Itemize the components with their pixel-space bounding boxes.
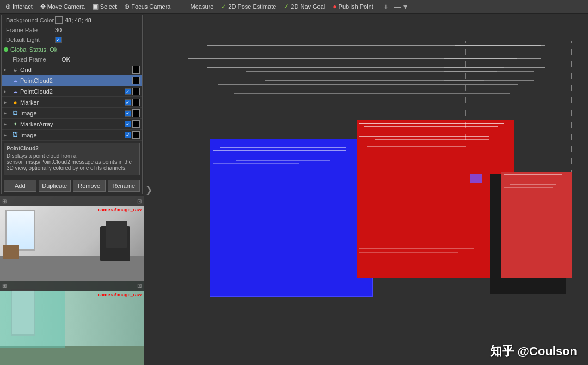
remove-button[interactable]: Remove — [73, 180, 106, 192]
background-color-row: Background Color 48; 48; 48 — [2, 15, 142, 25]
cam2-overlay-text: camera/image_raw — [97, 292, 142, 297]
focus-camera-icon: ⊕ — [124, 3, 130, 10]
display-item-pointcloud2-2[interactable]: ▸ ☁ PointCloud2 ✓ — [2, 86, 142, 97]
pc2-2-color[interactable] — [132, 88, 140, 95]
markerarray-checkbox[interactable]: ✓ — [125, 121, 131, 127]
left-panel: Background Color 48; 48; 48 Frame Rate 3… — [0, 14, 144, 365]
measure-button[interactable]: — Measure — [179, 2, 217, 11]
description-title: PointCloud2 — [7, 145, 137, 151]
frame-rate-row: Frame Rate 30 — [2, 25, 142, 35]
pc-boundary-right — [465, 41, 574, 144]
marker-color[interactable] — [132, 99, 140, 106]
publish-point-icon: ● — [333, 3, 336, 10]
grid-color[interactable] — [132, 66, 140, 74]
2d-pose-button[interactable]: ✓ 2D Pose Estimate — [218, 2, 279, 11]
interact-icon: ⊕ — [5, 3, 11, 10]
cam2-bright-area — [0, 291, 65, 348]
global-status-dot — [4, 47, 8, 52]
display-item-grid[interactable]: ▸ # Grid — [2, 64, 142, 75]
cam1-chairback — [106, 221, 127, 248]
pc2-2-checkbox[interactable]: ✓ — [125, 88, 131, 95]
2d-pose-icon: ✓ — [221, 3, 226, 10]
blue-rect — [210, 139, 373, 297]
camera-panels: ⊞ ⊡ camera — [0, 196, 144, 365]
2d-nav-button[interactable]: ✓ 2D Nav Goal — [280, 2, 328, 11]
select-icon: ▣ — [93, 3, 99, 10]
red-lower-lines — [359, 245, 512, 256]
separator-2 — [379, 2, 379, 11]
image2-color[interactable] — [132, 131, 140, 139]
separator-1 — [176, 2, 176, 11]
global-status-row: Global Status: Ok — [2, 45, 142, 54]
cam2-floor — [0, 346, 144, 365]
cam2-scene: camera/image_raw — [0, 281, 144, 366]
collapse-arrow[interactable]: ❯ — [144, 182, 154, 197]
pink-rect — [501, 172, 572, 278]
image-checkbox[interactable]: ✓ — [125, 110, 131, 117]
markerarray-icon: ✦ — [10, 121, 20, 127]
duplicate-button[interactable]: Duplicate — [39, 180, 71, 192]
expand-icon: ▸ — [4, 66, 10, 72]
image-color[interactable] — [132, 110, 140, 117]
3d-viewport[interactable]: ❯ — [144, 14, 588, 365]
cam1-header: ⊞ ⊡ — [0, 196, 144, 206]
cam2-maximize-icon[interactable]: ⊡ — [137, 283, 142, 289]
expand-icon-image: ▸ — [4, 110, 10, 116]
main-layout: Background Color 48; 48; 48 Frame Rate 3… — [0, 14, 588, 365]
move-camera-button[interactable]: ✥ Move Camera — [37, 2, 88, 11]
add-panel-button[interactable]: + — [382, 2, 390, 11]
cam1-boxes — [3, 245, 19, 259]
move-camera-icon: ✥ — [40, 3, 46, 10]
measure-icon: — — [182, 3, 188, 10]
minus-button[interactable]: — ▾ — [391, 2, 409, 11]
fixed-frame-row: Fixed Frame OK — [2, 54, 142, 64]
background-color-swatch[interactable] — [55, 16, 63, 24]
marker-icon: ● — [10, 99, 20, 106]
cam1-scene: camera/image_raw — [0, 196, 144, 281]
select-button[interactable]: ▣ Select — [89, 2, 120, 11]
toolbar: ⊕ Interact ✥ Move Camera ▣ Select ⊕ Focu… — [0, 0, 588, 14]
cam1-header-icon: ⊞ — [2, 198, 7, 204]
expand-icon-image2: ▸ — [4, 132, 10, 138]
display-buttons: Add Duplicate Remove Rename — [2, 178, 142, 194]
add-display-button[interactable]: Add — [4, 180, 36, 192]
cam1-maximize-icon[interactable]: ⊡ — [137, 198, 142, 204]
expand-icon-marker: ▸ — [4, 99, 10, 105]
display-item-image2[interactable]: ▸ 🖼 Image ✓ — [2, 130, 142, 141]
blue-rect-lines — [210, 139, 372, 186]
camera-panel-1: ⊞ ⊡ camera — [0, 196, 144, 281]
publish-point-button[interactable]: ● Publish Point — [329, 2, 376, 11]
display-item-image[interactable]: ▸ 🖼 Image ✓ — [2, 108, 142, 119]
default-light-row: Default Light ✓ — [2, 35, 142, 45]
display-item-marker[interactable]: ▸ ● Marker ✓ — [2, 97, 142, 108]
image-icon: 🖼 — [10, 110, 20, 116]
rename-button[interactable]: Rename — [108, 180, 140, 192]
display-item-pointcloud2-selected[interactable]: ☁ PointCloud2 — [2, 75, 142, 86]
description-box: PointCloud2 Displays a point cloud from … — [4, 143, 140, 175]
description-text: Displays a point cloud from a sensor_msg… — [7, 153, 137, 171]
cam2-header: ⊞ ⊡ — [0, 281, 144, 291]
watermark: 知乎 @Coulson — [490, 343, 577, 360]
pink-rect-lines — [501, 172, 572, 200]
focus-camera-button[interactable]: ⊕ Focus Camera — [121, 2, 174, 11]
purple-box — [470, 174, 482, 183]
image2-icon: 🖼 — [10, 132, 20, 138]
2d-nav-icon: ✓ — [284, 3, 289, 10]
expand-icon-pc2-2: ▸ — [4, 88, 10, 94]
default-light-checkbox[interactable]: ✓ — [55, 36, 62, 43]
cam1-overlay-text: camera/image_raw — [97, 207, 142, 212]
3d-scene: ❯ — [144, 14, 588, 365]
image2-checkbox[interactable]: ✓ — [125, 132, 131, 138]
expand-icon-markerarray: ▸ — [4, 121, 10, 127]
pc2-color[interactable] — [132, 77, 140, 84]
cam2-header-icon: ⊞ — [2, 283, 7, 289]
grid-icon: # — [10, 66, 20, 73]
display-item-markerarray[interactable]: ▸ ✦ MarkerArray ✓ — [2, 119, 142, 130]
displays-section: Background Color 48; 48; 48 Frame Rate 3… — [1, 15, 143, 194]
camera-panel-2: ⊞ ⊡ camera/image_raw — [0, 281, 144, 366]
pointcloud2-2-icon: ☁ — [10, 88, 20, 94]
pointcloud2-icon: ☁ — [10, 77, 20, 83]
interact-button[interactable]: ⊕ Interact — [2, 2, 36, 11]
markerarray-color[interactable] — [132, 120, 140, 128]
marker-checkbox[interactable]: ✓ — [125, 99, 131, 106]
